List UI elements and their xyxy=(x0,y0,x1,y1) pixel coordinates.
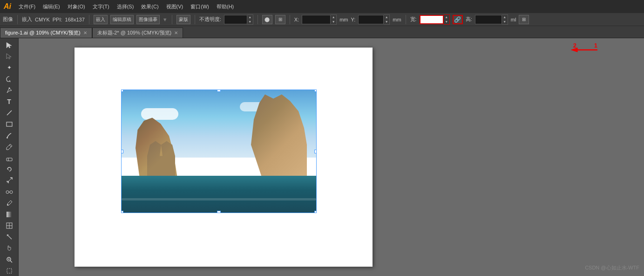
divider5 xyxy=(258,15,258,24)
h-up[interactable]: ▲ xyxy=(502,15,508,20)
handle-mid-right[interactable] xyxy=(314,150,317,153)
svg-line-4 xyxy=(9,145,11,147)
hand-tool[interactable] xyxy=(3,243,16,253)
scale-tool[interactable] xyxy=(3,175,16,186)
opacity-up[interactable]: ▲ xyxy=(247,15,253,20)
annotation-arrow xyxy=(565,38,602,57)
w-input[interactable]: 85mm xyxy=(420,15,444,24)
x-down[interactable]: ▼ xyxy=(331,20,336,24)
menu-object[interactable]: 对象(O) xyxy=(65,2,88,11)
text-tool[interactable]: T xyxy=(3,97,16,107)
svg-point-11 xyxy=(7,204,8,206)
opacity-input[interactable]: 100% xyxy=(224,15,247,24)
opacity-spinner[interactable]: ▲ ▼ xyxy=(247,14,253,25)
handle-top-right[interactable] xyxy=(314,90,317,92)
h-input-group[interactable]: 85.372 ▲ ▼ xyxy=(475,14,508,25)
pencil-tool[interactable] xyxy=(3,142,16,152)
x-spinner[interactable]: ▲ ▼ xyxy=(331,14,337,25)
divider4 xyxy=(195,15,195,24)
x-input-group[interactable]: 102.088 ▲ ▼ xyxy=(302,14,337,25)
recolor-icon[interactable]: ⬤ xyxy=(262,15,272,24)
direct-select-tool[interactable] xyxy=(3,51,16,62)
image-content xyxy=(122,90,316,213)
eraser-tool[interactable] xyxy=(3,153,16,163)
divider3 xyxy=(172,15,172,24)
svg-point-0 xyxy=(8,87,10,89)
tab-figure1-close[interactable]: ✕ xyxy=(83,30,87,35)
x-up[interactable]: ▲ xyxy=(331,15,336,20)
divider6 xyxy=(290,15,290,24)
svg-point-9 xyxy=(10,191,13,193)
more-options-icon[interactable]: ⊞ xyxy=(519,15,529,24)
y-down[interactable]: ▼ xyxy=(384,20,389,24)
tab-figure1-label: figure-1.ai @ 109% (CMYK/预览) xyxy=(5,29,81,36)
edit-orig-button[interactable]: 编辑原稿 xyxy=(110,15,134,24)
cloud1 xyxy=(141,108,178,120)
placed-image[interactable] xyxy=(121,90,317,213)
h-spinner[interactable]: ▲ ▼ xyxy=(502,14,508,25)
svg-rect-20 xyxy=(7,269,12,273)
handle-bottom-center[interactable] xyxy=(217,211,221,213)
tab-untitled2[interactable]: 未标题-2* @ 109% (CMYK/预览) ✕ xyxy=(92,28,183,38)
select-tool[interactable] xyxy=(3,40,16,50)
svg-point-8 xyxy=(6,191,9,193)
opacity-input-group[interactable]: 100% ▲ ▼ xyxy=(224,14,253,25)
handle-mid-left[interactable] xyxy=(121,150,123,153)
menu-select[interactable]: 选择(S) xyxy=(114,2,137,11)
link-proportions-icon[interactable]: 🔗 xyxy=(453,15,463,24)
gradient-tool[interactable] xyxy=(3,209,16,220)
w-spinner[interactable]: ▲ ▼ xyxy=(444,14,450,25)
zoom-tool[interactable] xyxy=(3,255,16,265)
svg-line-1 xyxy=(7,110,12,115)
mesh-tool[interactable] xyxy=(3,221,16,231)
h-down[interactable]: ▼ xyxy=(502,20,508,24)
line-tool[interactable] xyxy=(3,108,16,118)
menu-file[interactable]: 文件(F) xyxy=(16,2,38,11)
menu-edit[interactable]: 编辑(E) xyxy=(40,2,63,11)
w-down[interactable]: ▼ xyxy=(444,20,449,24)
tab-figure1[interactable]: figure-1.ai @ 109% (CMYK/预览) ✕ xyxy=(0,28,92,38)
tab-untitled2-close[interactable]: ✕ xyxy=(174,30,178,35)
x-label: X: xyxy=(294,17,299,22)
toolbar: ✦ T xyxy=(0,38,19,276)
menu-window[interactable]: 窗口(W) xyxy=(188,2,212,11)
canvas-area[interactable]: 2 1 CSDN @心如止水-WTF xyxy=(19,38,644,276)
y-up[interactable]: ▲ xyxy=(384,15,389,20)
y-spinner[interactable]: ▲ ▼ xyxy=(384,14,390,25)
image-trace-button[interactable]: 图像描摹 xyxy=(136,15,160,24)
pen-tool[interactable] xyxy=(3,85,16,96)
eyedropper-tool[interactable] xyxy=(3,198,16,208)
handle-top-center[interactable] xyxy=(217,90,221,92)
y-input-group[interactable]: 74.42 ▲ ▼ xyxy=(358,14,390,25)
handle-bottom-right[interactable] xyxy=(314,211,317,213)
menu-view[interactable]: 视图(V) xyxy=(163,2,186,11)
embed-button[interactable]: 嵌入 xyxy=(94,15,108,24)
slice-tool[interactable] xyxy=(3,232,16,242)
rotate-tool[interactable] xyxy=(3,164,16,174)
menu-text[interactable]: 文字(T) xyxy=(90,2,112,11)
h-input[interactable]: 85.372 xyxy=(475,15,502,24)
w-up[interactable]: ▲ xyxy=(444,15,449,20)
align-icon[interactable]: ⊞ xyxy=(275,15,285,24)
menu-effect[interactable]: 效果(C) xyxy=(138,2,161,11)
x-input[interactable]: 102.088 xyxy=(302,15,331,24)
trace-arrow[interactable]: ▼ xyxy=(163,17,168,22)
w-input-group[interactable]: 85mm ▲ ▼ xyxy=(420,14,450,25)
opacity-down[interactable]: ▼ xyxy=(247,20,253,24)
artboard-tool[interactable] xyxy=(3,266,16,276)
svg-point-3 xyxy=(7,137,8,138)
menu-help[interactable]: 帮助(H) xyxy=(214,2,237,11)
rect-tool[interactable] xyxy=(3,119,16,129)
document-canvas xyxy=(75,48,373,267)
blend-tool[interactable] xyxy=(3,186,16,197)
handle-top-left[interactable] xyxy=(121,90,123,92)
ppi-value: 168x137 xyxy=(65,17,85,22)
y-unit: mm xyxy=(393,17,401,22)
magic-wand-tool[interactable]: ✦ xyxy=(3,62,16,73)
y-input[interactable]: 74.42 xyxy=(358,15,384,24)
mask-button[interactable]: 蒙版 xyxy=(176,15,190,24)
opacity-label: 不透明度: xyxy=(199,16,221,23)
handle-bottom-left[interactable] xyxy=(121,211,123,213)
paintbrush-tool[interactable] xyxy=(3,131,16,141)
lasso-tool[interactable] xyxy=(3,74,16,84)
